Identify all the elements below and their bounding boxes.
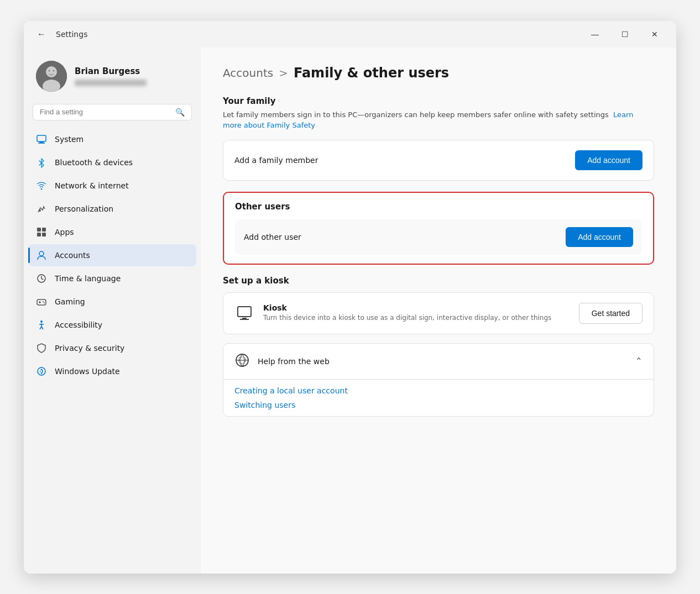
kiosk-card: Kiosk Turn this device into a kiosk to u…	[223, 292, 654, 334]
minimize-button[interactable]: —	[582, 25, 608, 43]
add-other-user-row: Add other user Add account	[235, 219, 642, 255]
svg-rect-16	[37, 299, 46, 305]
back-button[interactable]: ←	[33, 27, 50, 41]
other-users-title: Other users	[235, 202, 642, 212]
nav-item-update-wrapper: Windows Update	[28, 360, 196, 382]
sidebar-item-windows-update[interactable]: Windows Update	[28, 360, 196, 382]
svg-point-22	[38, 367, 45, 375]
help-icon	[234, 353, 250, 370]
time-icon	[36, 273, 47, 284]
content-area: Brian Burgess 🔍 System	[24, 48, 676, 574]
sidebar: Brian Burgess 🔍 System	[24, 48, 201, 574]
sidebar-item-privacy[interactable]: Privacy & security	[28, 337, 196, 359]
apps-icon	[36, 227, 47, 238]
sidebar-item-gaming[interactable]: Gaming	[28, 291, 196, 313]
svg-point-14	[39, 251, 44, 256]
sidebar-item-accessibility[interactable]: Accessibility	[28, 314, 196, 336]
user-email	[75, 80, 147, 86]
your-family-title: Your family	[223, 96, 654, 106]
svg-point-1	[46, 66, 57, 77]
svg-rect-12	[37, 233, 41, 236]
nav-item-apps-wrapper: Apps	[28, 221, 196, 243]
nav-item-gaming-wrapper: Gaming	[28, 291, 196, 313]
window-controls: — ☐ ✕	[582, 25, 667, 43]
bluetooth-icon	[36, 157, 47, 168]
active-indicator	[28, 248, 30, 263]
user-profile: Brian Burgess	[28, 54, 196, 103]
sidebar-item-label-time: Time & language	[55, 274, 121, 283]
sidebar-item-label-network: Network & internet	[55, 181, 129, 190]
kiosk-icon	[234, 303, 254, 323]
nav-item-accessibility-wrapper: Accessibility	[28, 314, 196, 336]
kiosk-title: Kiosk	[263, 303, 570, 312]
svg-rect-23	[238, 307, 251, 317]
maximize-button[interactable]: ☐	[612, 25, 638, 43]
close-button[interactable]: ✕	[642, 25, 667, 43]
network-icon	[36, 180, 47, 191]
sidebar-item-bluetooth[interactable]: Bluetooth & devices	[28, 151, 196, 174]
svg-rect-11	[42, 228, 46, 232]
avatar	[36, 61, 67, 92]
window-title: Settings	[56, 30, 582, 39]
settings-window: ← Settings — ☐ ✕	[24, 21, 676, 574]
nav-item-accounts-wrapper: Accounts	[28, 244, 196, 266]
sidebar-item-system[interactable]: System	[28, 128, 196, 150]
sidebar-item-time[interactable]: Time & language	[28, 267, 196, 290]
help-link-2[interactable]: Switching users	[234, 401, 642, 409]
help-card: Help from the web ⌃ Creating a local use…	[223, 343, 654, 417]
svg-point-19	[43, 301, 44, 302]
personalization-icon	[36, 203, 47, 214]
sidebar-item-apps[interactable]: Apps	[28, 221, 196, 243]
breadcrumb-parent[interactable]: Accounts	[223, 66, 273, 80]
kiosk-section: Set up a kiosk Kiosk Turn this device in…	[223, 276, 654, 334]
kiosk-section-title: Set up a kiosk	[223, 276, 654, 286]
nav-item-personalization-wrapper: Personalization	[28, 198, 196, 220]
svg-point-3	[49, 70, 50, 71]
help-header-left: Help from the web	[234, 353, 330, 370]
title-bar: ← Settings — ☐ ✕	[24, 21, 676, 48]
kiosk-info: Kiosk Turn this device into a kiosk to u…	[263, 303, 570, 323]
add-family-card: Add a family member Add account	[223, 140, 654, 181]
user-info: Brian Burgess	[75, 66, 147, 86]
other-users-section: Other users Add other user Add account	[223, 192, 654, 265]
your-family-desc-text: Let family members sign in to this PC—or…	[223, 111, 609, 119]
add-family-button[interactable]: Add account	[575, 150, 642, 170]
svg-rect-10	[37, 228, 41, 232]
gaming-icon	[36, 296, 47, 307]
nav-item-time-wrapper: Time & language	[28, 267, 196, 290]
search-box[interactable]: 🔍	[33, 104, 192, 120]
sidebar-item-label-update: Windows Update	[55, 367, 120, 376]
svg-point-20	[44, 302, 45, 303]
add-other-user-button[interactable]: Add account	[566, 227, 633, 247]
your-family-desc: Let family members sign in to this PC—or…	[223, 109, 654, 131]
add-other-user-label: Add other user	[244, 233, 301, 241]
help-link-1[interactable]: Creating a local user account	[234, 386, 642, 395]
your-family-section: Your family Let family members sign in t…	[223, 96, 654, 181]
sidebar-item-label-apps: Apps	[55, 228, 74, 236]
search-icon: 🔍	[175, 108, 185, 117]
help-title: Help from the web	[258, 357, 330, 366]
sidebar-item-network[interactable]: Network & internet	[28, 175, 196, 197]
kiosk-row: Kiosk Turn this device into a kiosk to u…	[223, 293, 654, 334]
svg-point-9	[39, 209, 41, 212]
privacy-icon	[36, 343, 47, 354]
page-title: Family & other users	[294, 65, 449, 81]
add-family-label: Add a family member	[234, 156, 318, 165]
accounts-icon	[36, 250, 47, 261]
sidebar-item-accounts[interactable]: Accounts	[28, 244, 196, 266]
svg-rect-5	[37, 135, 46, 141]
search-input[interactable]	[40, 108, 171, 116]
sidebar-item-label-gaming: Gaming	[55, 297, 85, 306]
system-icon	[36, 134, 47, 145]
sidebar-item-label-bluetooth: Bluetooth & devices	[55, 158, 133, 167]
sidebar-item-personalization[interactable]: Personalization	[28, 198, 196, 220]
update-icon	[36, 366, 47, 377]
help-links: Creating a local user account Switching …	[223, 379, 654, 416]
sidebar-item-label-accessibility: Accessibility	[55, 320, 102, 329]
get-started-button[interactable]: Get started	[579, 303, 642, 324]
avatar-svg	[36, 61, 67, 92]
svg-rect-13	[42, 233, 46, 236]
sidebar-item-label-privacy: Privacy & security	[55, 344, 124, 353]
help-header[interactable]: Help from the web ⌃	[223, 344, 654, 379]
user-name: Brian Burgess	[75, 66, 147, 76]
